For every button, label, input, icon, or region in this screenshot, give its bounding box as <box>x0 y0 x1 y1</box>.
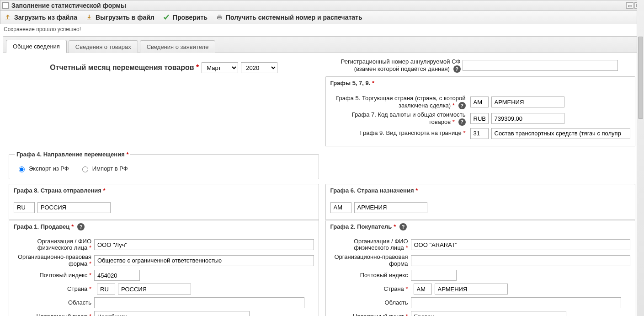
g2-city-label: Населенный пункт * <box>330 313 411 316</box>
svg-rect-2 <box>218 18 221 20</box>
g2-country-label: Страна * <box>330 286 411 292</box>
toolbar-print-button[interactable]: Получить системный номер и распечатать <box>216 14 362 21</box>
help-icon[interactable]: ? <box>399 223 407 230</box>
toolbar-check-button[interactable]: Проверить <box>163 14 208 21</box>
section-579-header: Графы 5, 7, 9. * <box>325 76 636 89</box>
g2-country-name-input[interactable] <box>435 284 508 295</box>
g1-country-code-input[interactable] <box>97 284 115 295</box>
g2-org-label: Организация / ФИО физического лица * <box>330 238 411 252</box>
g2-org-input[interactable] <box>411 239 631 250</box>
g1-legal-input[interactable] <box>94 255 314 266</box>
g1-city-input[interactable] <box>94 311 250 316</box>
g1-org-label: Организация / ФИО физического лица * <box>14 238 94 252</box>
g6-name-input[interactable] <box>354 202 427 213</box>
scrollbar-thumb[interactable] <box>638 37 643 119</box>
check-icon <box>163 14 170 21</box>
tab-general[interactable]: Общие сведения <box>6 40 67 53</box>
g6-header: Графа 6. Страна назначения * <box>325 184 636 197</box>
g8-code-input[interactable] <box>14 202 35 213</box>
period-label: Отчетный месяц перемещения товаров * <box>50 64 199 72</box>
g4-export-radio[interactable]: Экспорт из РФ <box>16 165 69 172</box>
upload-icon <box>4 14 11 21</box>
main-toolbar: Загрузить из файла Выгрузить в файл Пров… <box>0 11 644 24</box>
tab-applicant[interactable]: Сведения о заявителе <box>140 40 216 53</box>
g2-region-input[interactable] <box>411 297 621 308</box>
g6-code-input[interactable] <box>330 202 351 213</box>
download-icon <box>85 14 93 21</box>
g8-name-input[interactable] <box>37 202 111 213</box>
g5-label: Графа 5. Торгующая страна (страна, с кот… <box>330 95 468 109</box>
reg-number-input[interactable] <box>463 60 618 71</box>
g2-postal-input[interactable] <box>411 270 457 281</box>
window-icon <box>2 2 9 9</box>
g1-region-label: Область <box>14 300 94 306</box>
help-icon[interactable]: ? <box>458 118 466 126</box>
g9-label: Графа 9. Вид транспорта на границе * <box>330 130 468 137</box>
status-message: Сохранение прошло успешно! <box>0 24 644 34</box>
g1-header: Графа 1. Продавец * ? <box>9 220 319 233</box>
period-year-select[interactable]: 2020 <box>241 62 277 73</box>
g2-header: Графа 2. Покупатель * ? <box>325 220 636 233</box>
printer-icon <box>216 14 223 21</box>
svg-rect-1 <box>218 15 221 16</box>
maximize-icon[interactable]: ▭ <box>626 2 633 9</box>
g1-body: Организация / ФИО физического лица * Орг… <box>9 233 319 316</box>
g2-legal-input[interactable] <box>411 255 631 266</box>
help-icon[interactable]: ? <box>453 65 461 73</box>
help-icon[interactable]: ? <box>77 223 85 230</box>
g2-postal-label: Почтовый индекс <box>330 272 411 279</box>
g2-region-label: Область <box>330 300 411 306</box>
tab-content-general: Отчетный месяц перемещения товаров * Мар… <box>3 53 641 316</box>
g2-city-input[interactable] <box>411 311 566 316</box>
g5-code-input[interactable] <box>470 96 489 107</box>
help-icon[interactable]: ? <box>458 102 466 109</box>
g7-code-input[interactable] <box>470 113 489 124</box>
g1-country-name-input[interactable] <box>118 284 191 295</box>
window-titlebar: Заполнение статистической формы ▭ ❐ <box>0 0 644 11</box>
tabbar: Общие сведения Сведения о товарах Сведен… <box>3 37 641 53</box>
section-g4: Графа 4. Направление перемещения * Экспо… <box>9 151 319 179</box>
window-title: Заполнение статистической формы <box>11 2 625 9</box>
vertical-scrollbar[interactable] <box>637 0 644 316</box>
g1-postal-label: Почтовый индекс * <box>14 272 94 279</box>
g4-title: Графа 4. Направление перемещения * <box>15 151 130 158</box>
toolbar-save-button[interactable]: Выгрузить в файл <box>85 14 154 21</box>
period-row: Отчетный месяц перемещения товаров * Мар… <box>9 58 319 76</box>
g1-org-input[interactable] <box>94 239 314 250</box>
toolbar-load-label: Загрузить из файла <box>14 14 77 21</box>
g7-value-input[interactable] <box>491 113 564 124</box>
reg-label: Регистрационный номер аннулируемой СФ (в… <box>325 59 463 73</box>
toolbar-print-label: Получить системный номер и распечатать <box>226 14 362 21</box>
g9-code-input[interactable] <box>470 128 489 139</box>
toolbar-save-label: Выгрузить в файл <box>96 14 154 21</box>
g7-label: Графа 7. Код валюты и общая стоимость то… <box>330 112 468 126</box>
g8-header: Графа 8. Страна отправления * <box>9 184 319 197</box>
toolbar-load-button[interactable]: Загрузить из файла <box>4 14 77 21</box>
g1-region-input[interactable] <box>94 297 304 308</box>
g2-legal-label: Организационно-правовая форма <box>330 254 411 267</box>
g1-city-label: Населенный пункт * <box>14 313 94 316</box>
tab-goods[interactable]: Сведения о товарах <box>69 40 138 53</box>
section-579-body: Графа 5. Торгующая страна (страна, с кот… <box>325 89 636 146</box>
toolbar-check-label: Проверить <box>173 14 208 21</box>
tab-container: Общие сведения Сведения о товарах Сведен… <box>3 36 641 316</box>
period-month-select[interactable]: Март <box>202 62 238 73</box>
g1-legal-label: Организационно-правовая форма * <box>14 254 94 267</box>
g4-import-radio[interactable]: Импорт в РФ <box>80 165 128 172</box>
g2-country-code-input[interactable] <box>414 284 432 295</box>
g1-country-label: Страна * <box>14 286 94 292</box>
g2-body: Организация / ФИО физического лица * Орг… <box>325 233 636 316</box>
g9-name-input[interactable] <box>491 128 631 139</box>
g1-postal-input[interactable] <box>94 270 140 281</box>
g5-name-input[interactable] <box>491 96 564 107</box>
